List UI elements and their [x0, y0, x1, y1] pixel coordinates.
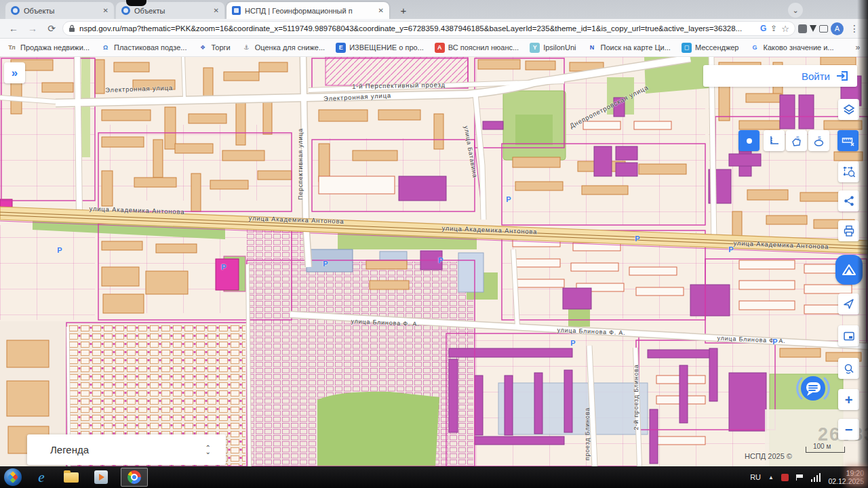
- bookmark-item[interactable]: ΩПластиковая подзе...: [100, 43, 187, 53]
- parking-marker: P: [221, 263, 226, 271]
- bookmark-item[interactable]: ⚓Оценка для сниже...: [241, 43, 325, 53]
- taskbar-ie[interactable]: e: [31, 468, 52, 486]
- tab-close-icon[interactable]: ✕: [103, 7, 108, 14]
- legend-collapse-icon[interactable]: [205, 446, 211, 454]
- chat-button[interactable]: [796, 371, 830, 405]
- tab-close-icon[interactable]: ✕: [378, 7, 384, 14]
- flag-icon[interactable]: [796, 474, 804, 481]
- nspd-favicon: [121, 6, 130, 15]
- photo-edge-artifact: [857, 0, 868, 488]
- bookmark-favicon: А: [435, 43, 445, 53]
- tab-close-icon[interactable]: ✕: [214, 7, 219, 14]
- select-area-icon: [843, 166, 855, 178]
- minus-icon: −: [845, 423, 853, 436]
- bookmark-star-icon[interactable]: [781, 24, 789, 34]
- bookmark-favicon: Υ: [530, 43, 540, 53]
- bookmark-item[interactable]: АВС пояснил нюанс...: [435, 43, 519, 53]
- url-text: nspd.gov.ru/map?thematic=PKK&zoom=16&coo…: [79, 24, 756, 33]
- address-bar[interactable]: nspd.gov.ru/map?thematic=PKK&zoom=16&coo…: [62, 21, 795, 36]
- bookmark-favicon: Ω: [100, 43, 111, 53]
- tray-expand-icon[interactable]: ▲: [768, 474, 774, 481]
- explorer-folder-icon: [64, 472, 79, 483]
- ruler-button[interactable]: [764, 130, 785, 151]
- new-tab-button[interactable]: +: [395, 2, 412, 18]
- chrome-icon: [127, 470, 141, 484]
- point-measure-button[interactable]: [738, 130, 760, 151]
- parking-marker: P: [728, 245, 733, 253]
- svg-text:S: S: [818, 136, 821, 140]
- side-panel-icon[interactable]: [819, 25, 828, 33]
- map-canvas[interactable]: [0, 57, 868, 466]
- language-indicator[interactable]: RU: [750, 473, 761, 481]
- bookmark-item[interactable]: ❖Торги: [198, 43, 231, 53]
- extension-icon[interactable]: [798, 24, 807, 33]
- scale-label: 100 м: [813, 443, 831, 450]
- frame-icon: [843, 331, 855, 342]
- bookmark-item[interactable]: ◻Мессенджер: [682, 43, 739, 53]
- network-icon[interactable]: [811, 473, 821, 482]
- ellipse-area-icon: S: [812, 135, 825, 147]
- bookmark-item[interactable]: NПоиск на карте Ци...: [587, 43, 671, 53]
- map-viewport[interactable]: Электронная улица1-й Перспективный проез…: [0, 57, 868, 466]
- street-label: проезд Блинова: [584, 407, 591, 460]
- bookmark-item[interactable]: GКаково значение и...: [749, 43, 833, 53]
- printer-icon: [843, 225, 855, 237]
- bookmark-favicon: ◻: [682, 43, 692, 53]
- my-location-button[interactable]: [838, 293, 859, 314]
- map-attribution: НСПД 2025 ©: [745, 452, 792, 460]
- legend-panel[interactable]: Легенда: [27, 434, 226, 465]
- taskbar-chrome-active[interactable]: [121, 468, 148, 487]
- bookmark-item[interactable]: ΥIpsilonUni: [530, 43, 576, 53]
- profile-avatar[interactable]: A: [831, 22, 844, 35]
- tab-objects-1[interactable]: Объекты ✕: [5, 2, 114, 19]
- bookmark-favicon: Тл: [7, 43, 17, 53]
- bookmark-item[interactable]: ТлПродажа недвижи...: [7, 43, 90, 53]
- bookmarks-bar: ТлПродажа недвижи... ΩПластиковая подзе.…: [0, 39, 868, 57]
- share-page-icon[interactable]: [770, 24, 777, 33]
- bookmark-favicon: ⚓: [241, 43, 252, 53]
- start-button[interactable]: [4, 468, 22, 486]
- tab-nspd-active[interactable]: НСПД | Геоинформационный п ✕: [226, 2, 389, 19]
- taskbar-media-player[interactable]: [91, 468, 111, 486]
- bookmark-favicon: G: [749, 43, 760, 53]
- parking-marker: P: [506, 195, 511, 203]
- point-icon: [745, 136, 754, 146]
- lock-icon: [68, 24, 75, 33]
- area-polygon-button[interactable]: S: [786, 130, 807, 151]
- extensions-pin-icon[interactable]: [810, 25, 816, 32]
- google-lens-icon[interactable]: G: [760, 24, 766, 33]
- media-player-icon: [94, 470, 108, 484]
- share-button[interactable]: [838, 190, 859, 211]
- polygon-area-icon: S: [790, 135, 803, 147]
- bookmark-item[interactable]: ЕИЗВЕЩЕНИЕ о про...: [336, 43, 424, 53]
- ruler-icon: [768, 135, 781, 146]
- legend-label: Легенда: [50, 444, 89, 455]
- search-coordinates-button[interactable]: [838, 358, 859, 379]
- tab-title: НСПД | Геоинформационный п: [245, 7, 374, 15]
- document-send-icon: [840, 262, 858, 278]
- expand-panel-button[interactable]: [4, 62, 25, 83]
- zoom-out-button[interactable]: −: [838, 419, 859, 440]
- area-ellipse-button[interactable]: S: [808, 130, 829, 151]
- windows-taskbar: e RU ▲ 19:20 02.12.2025: [0, 466, 868, 488]
- layers-button[interactable]: [838, 99, 859, 120]
- plus-icon: +: [845, 393, 853, 407]
- print-button[interactable]: [838, 220, 859, 241]
- street-label: Перспективная улица: [297, 128, 304, 200]
- forward-button[interactable]: →: [24, 20, 41, 37]
- ruler-clear-icon: [842, 136, 855, 146]
- tab-search-button[interactable]: [788, 3, 803, 18]
- parking-marker: P: [57, 246, 62, 254]
- back-button[interactable]: ←: [5, 20, 22, 37]
- clear-measure-button[interactable]: [837, 130, 859, 151]
- nspd-favicon: [11, 6, 20, 15]
- login-bar[interactable]: Войти: [703, 65, 857, 87]
- select-objects-button[interactable]: [838, 161, 859, 182]
- parking-marker: P: [635, 235, 639, 243]
- reload-button[interactable]: ⟳: [43, 20, 60, 37]
- taskbar-explorer[interactable]: [61, 468, 81, 486]
- tab-title: Объекты: [134, 7, 210, 15]
- zoom-in-button[interactable]: +: [838, 389, 859, 410]
- mini-map-button[interactable]: [838, 325, 859, 346]
- action-center-icon[interactable]: [781, 474, 789, 481]
